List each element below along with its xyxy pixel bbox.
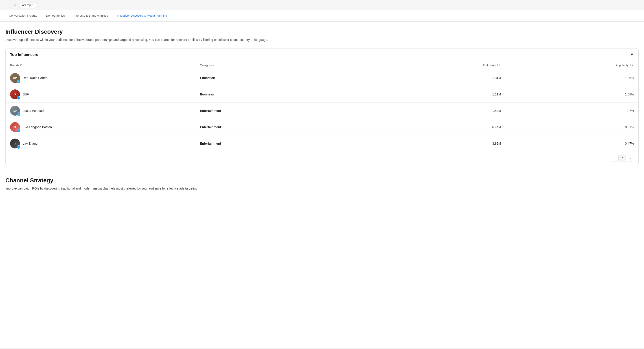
- brands-sort-icon[interactable]: ⊞: [20, 64, 22, 67]
- category-cell-katie-porter: Education: [196, 70, 373, 86]
- table-row: EL ✓ Eva Longoria Baston Entertainment 6…: [6, 119, 638, 135]
- filter-button[interactable]: ▼: [630, 52, 634, 57]
- brand-name-lucas-penteado: Lucas Penteado: [23, 109, 45, 113]
- col-brands: Brands ⊞: [6, 61, 196, 70]
- table-row: LP ✓ Lucas Penteado Entertainment 1.44M …: [6, 103, 638, 119]
- twitter-badge-lay-zhang: ✓: [17, 145, 20, 149]
- pagination: ‹ 1 ›: [6, 152, 638, 165]
- followers-cell-katie-porter: 1.31M: [373, 70, 506, 86]
- browser-tab[interactable]: aci rep ▾: [19, 2, 37, 8]
- tab-interests[interactable]: Interests & Brand Affinities: [69, 10, 112, 21]
- twitter-badge-sbf: ✓: [17, 96, 20, 100]
- browser-bar: ← ☆ aci rep ▾: [0, 0, 644, 10]
- channel-description: Improve campaign ROIs by discovering tra…: [6, 186, 638, 191]
- followers-sort-icon[interactable]: ⇅▼: [496, 64, 501, 67]
- table-row: KP ✓ Rep. Katie Porter Education 1.31M 1…: [6, 70, 638, 86]
- tab-influencer[interactable]: Influencer Discovery & Media Planning: [112, 10, 172, 21]
- followers-cell-sbf: 1.11M: [373, 86, 506, 103]
- category-cell-lay-zhang: Entertainment: [196, 135, 373, 152]
- brand-cell-lucas-penteado: LP ✓ Lucas Penteado: [6, 103, 196, 119]
- twitter-badge-eva-longoria: ✓: [17, 129, 20, 133]
- table-row: LZ ✓ Lay Zhang Entertainment 3.89M 0.47%: [6, 135, 638, 152]
- brand-name-katie-porter: Rep. Katie Porter: [23, 76, 47, 80]
- col-category: Category ▼: [196, 61, 373, 70]
- followers-cell-lucas-penteado: 1.44M: [373, 103, 506, 119]
- main-content: Influencer Discovery Discover top influe…: [0, 22, 644, 177]
- category-cell-sbf: Business: [196, 86, 373, 103]
- prev-page-button[interactable]: ‹: [612, 155, 619, 161]
- channel-strategy-section: Channel Strategy Improve campaign ROIs b…: [0, 177, 644, 198]
- popularity-cell-lucas-penteado: 0.7%: [506, 103, 638, 119]
- card-title: Top Influencers: [10, 53, 38, 57]
- nav-tabs: Conversation Insights Demographics Inter…: [0, 10, 644, 22]
- back-button[interactable]: ←: [4, 2, 11, 8]
- table-wrapper: Brands ⊞ Category ▼: [6, 61, 638, 152]
- brand-cell-katie-porter: KP ✓ Rep. Katie Porter: [6, 70, 196, 86]
- table-row: S ✓ SBF Business 1.11M 1.08%: [6, 86, 638, 103]
- brand-name-eva-longoria: Eva Longoria Baston: [23, 125, 52, 129]
- brand-cell-lay-zhang: LZ ✓ Lay Zhang: [6, 135, 196, 152]
- brand-name-lay-zhang: Lay Zhang: [23, 142, 38, 145]
- top-influencers-card: Top Influencers ▼ Brands ⊞: [6, 49, 638, 165]
- page-wrapper: Conversation Insights Demographics Inter…: [0, 10, 644, 348]
- current-page-button[interactable]: 1: [620, 155, 626, 161]
- chevron-icon: ▾: [32, 4, 34, 7]
- next-page-button[interactable]: ›: [627, 155, 634, 161]
- avatar-wrap-sbf: S ✓: [10, 89, 20, 99]
- popularity-cell-sbf: 1.08%: [506, 86, 638, 103]
- popularity-cell-lay-zhang: 0.47%: [506, 135, 638, 152]
- tab-demographics[interactable]: Demographics: [42, 10, 69, 21]
- table-header-row: Brands ⊞ Category ▼: [6, 61, 638, 70]
- followers-cell-lay-zhang: 3.89M: [373, 135, 506, 152]
- avatar-wrap-lucas-penteado: LP ✓: [10, 106, 20, 116]
- category-sort-icon[interactable]: ▼: [213, 64, 215, 67]
- popularity-cell-eva-longoria: 0.51%: [506, 119, 638, 135]
- tab-name-label: aci rep: [22, 3, 31, 7]
- avatar-wrap-lay-zhang: LZ ✓: [10, 139, 20, 148]
- col-followers: Followers ⇅▼: [373, 61, 506, 70]
- channel-title: Channel Strategy: [6, 177, 638, 184]
- avatar-wrap-katie-porter: KP ✓: [10, 73, 20, 83]
- popularity-cell-katie-porter: 1.39%: [506, 70, 638, 86]
- brand-cell-sbf: S ✓ SBF: [6, 86, 196, 103]
- twitter-badge-katie-porter: ✓: [17, 80, 20, 83]
- tab-conversation[interactable]: Conversation Insights: [4, 10, 42, 21]
- avatar-wrap-eva-longoria: EL ✓: [10, 122, 20, 132]
- followers-cell-eva-longoria: 6.74M: [373, 119, 506, 135]
- bookmark-button[interactable]: ☆: [14, 3, 16, 7]
- influencers-table: Brands ⊞ Category ▼: [6, 61, 638, 152]
- brand-cell-eva-longoria: EL ✓ Eva Longoria Baston: [6, 119, 196, 135]
- influencer-discovery-heading: Influencer Discovery Discover top influe…: [6, 28, 638, 42]
- section-title: Influencer Discovery: [6, 28, 638, 35]
- category-cell-lucas-penteado: Entertainment: [196, 103, 373, 119]
- twitter-badge-lucas-penteado: ✓: [17, 113, 20, 116]
- section-description: Discover top influencers within your aud…: [6, 38, 638, 42]
- category-cell-eva-longoria: Entertainment: [196, 119, 373, 135]
- card-header: Top Influencers ▼: [6, 49, 638, 61]
- brand-name-sbf: SBF: [23, 93, 29, 96]
- col-popularity: Popularity ⇅▼: [506, 61, 638, 70]
- popularity-sort-icon[interactable]: ⇅▼: [630, 64, 634, 67]
